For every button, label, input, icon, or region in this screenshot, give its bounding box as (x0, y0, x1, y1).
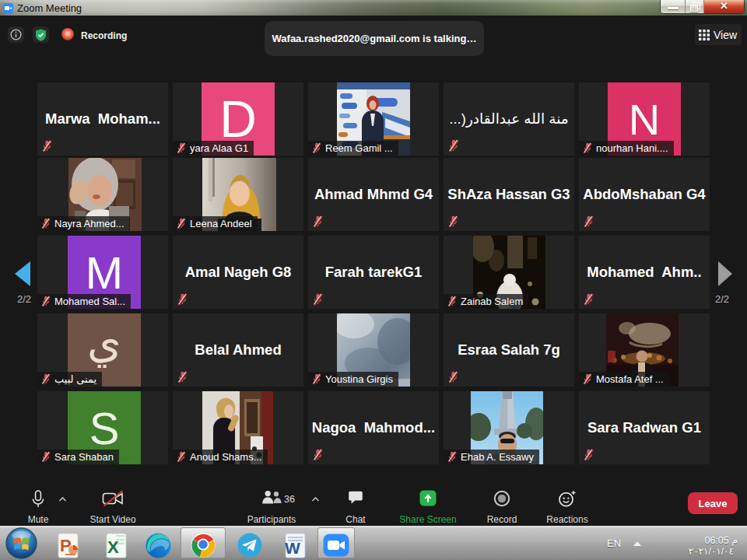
svg-text:P: P (60, 536, 72, 555)
svg-text:X: X (107, 537, 119, 557)
svg-text:W: W (285, 539, 300, 557)
